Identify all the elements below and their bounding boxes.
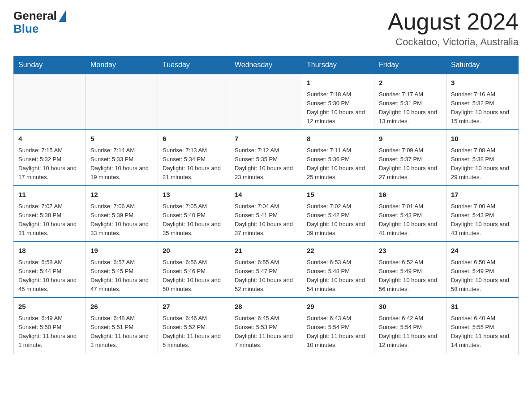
day-number: 28 xyxy=(235,302,297,312)
calendar-cell: 26Sunrise: 6:48 AMSunset: 5:51 PMDayligh… xyxy=(86,298,158,354)
calendar-cell: 23Sunrise: 6:52 AMSunset: 5:49 PMDayligh… xyxy=(374,242,446,298)
day-number: 31 xyxy=(451,302,514,312)
calendar-cell xyxy=(14,74,86,130)
calendar-table: SundayMondayTuesdayWednesdayThursdayFrid… xyxy=(13,56,519,354)
day-number: 6 xyxy=(163,134,225,144)
calendar-cell: 24Sunrise: 6:50 AMSunset: 5:49 PMDayligh… xyxy=(446,242,519,298)
calendar-cell: 13Sunrise: 7:05 AMSunset: 5:40 PMDayligh… xyxy=(158,186,230,242)
day-info: Sunrise: 6:57 AMSunset: 5:45 PMDaylight:… xyxy=(90,258,153,294)
day-info: Sunrise: 7:08 AMSunset: 5:38 PMDaylight:… xyxy=(451,146,514,182)
day-number: 29 xyxy=(307,302,369,312)
day-number: 17 xyxy=(451,190,514,200)
calendar-cell: 4Sunrise: 7:15 AMSunset: 5:32 PMDaylight… xyxy=(14,130,86,186)
day-number: 7 xyxy=(235,134,297,144)
calendar-cell: 10Sunrise: 7:08 AMSunset: 5:38 PMDayligh… xyxy=(446,130,519,186)
day-number: 3 xyxy=(451,78,514,88)
calendar-cell: 16Sunrise: 7:01 AMSunset: 5:43 PMDayligh… xyxy=(374,186,446,242)
location-text: Cockatoo, Victoria, Australia xyxy=(388,36,519,48)
day-info: Sunrise: 6:52 AMSunset: 5:49 PMDaylight:… xyxy=(379,258,442,294)
calendar-cell: 7Sunrise: 7:12 AMSunset: 5:35 PMDaylight… xyxy=(230,130,302,186)
calendar-cell xyxy=(158,74,230,130)
calendar-cell: 18Sunrise: 6:58 AMSunset: 5:44 PMDayligh… xyxy=(14,242,86,298)
calendar-col-header: Sunday xyxy=(14,56,86,74)
day-number: 8 xyxy=(307,134,369,144)
day-info: Sunrise: 7:13 AMSunset: 5:34 PMDaylight:… xyxy=(163,146,225,182)
calendar-col-header: Thursday xyxy=(302,56,374,74)
month-title: August 2024 xyxy=(388,9,519,34)
day-info: Sunrise: 7:17 AMSunset: 5:31 PMDaylight:… xyxy=(379,90,442,126)
week-row: 18Sunrise: 6:58 AMSunset: 5:44 PMDayligh… xyxy=(14,242,519,298)
day-number: 25 xyxy=(18,302,81,312)
calendar-cell: 30Sunrise: 6:42 AMSunset: 5:54 PMDayligh… xyxy=(374,298,446,354)
day-number: 27 xyxy=(163,302,225,312)
week-row: 25Sunrise: 6:49 AMSunset: 5:50 PMDayligh… xyxy=(14,298,519,354)
calendar-header-row: SundayMondayTuesdayWednesdayThursdayFrid… xyxy=(14,56,519,74)
day-info: Sunrise: 7:14 AMSunset: 5:33 PMDaylight:… xyxy=(90,146,153,182)
day-info: Sunrise: 6:45 AMSunset: 5:53 PMDaylight:… xyxy=(235,314,297,350)
week-row: 11Sunrise: 7:07 AMSunset: 5:38 PMDayligh… xyxy=(14,186,519,242)
day-info: Sunrise: 6:42 AMSunset: 5:54 PMDaylight:… xyxy=(379,314,442,350)
day-info: Sunrise: 6:49 AMSunset: 5:50 PMDaylight:… xyxy=(18,314,81,350)
day-number: 5 xyxy=(90,134,153,144)
calendar-cell: 25Sunrise: 6:49 AMSunset: 5:50 PMDayligh… xyxy=(14,298,86,354)
day-info: Sunrise: 7:05 AMSunset: 5:40 PMDaylight:… xyxy=(163,202,225,238)
calendar-cell: 15Sunrise: 7:02 AMSunset: 5:42 PMDayligh… xyxy=(302,186,374,242)
day-number: 14 xyxy=(235,190,297,200)
day-number: 16 xyxy=(379,190,442,200)
day-number: 21 xyxy=(235,246,297,256)
calendar-cell: 5Sunrise: 7:14 AMSunset: 5:33 PMDaylight… xyxy=(86,130,158,186)
day-info: Sunrise: 6:58 AMSunset: 5:44 PMDaylight:… xyxy=(18,258,81,294)
calendar-cell: 6Sunrise: 7:13 AMSunset: 5:34 PMDaylight… xyxy=(158,130,230,186)
week-row: 1Sunrise: 7:18 AMSunset: 5:30 PMDaylight… xyxy=(14,74,519,130)
calendar-cell: 1Sunrise: 7:18 AMSunset: 5:30 PMDaylight… xyxy=(302,74,374,130)
calendar-col-header: Tuesday xyxy=(158,56,230,74)
day-number: 22 xyxy=(307,246,369,256)
day-info: Sunrise: 7:04 AMSunset: 5:41 PMDaylight:… xyxy=(235,202,297,238)
title-block: August 2024 Cockatoo, Victoria, Australi… xyxy=(388,9,519,48)
calendar-cell: 31Sunrise: 6:40 AMSunset: 5:55 PMDayligh… xyxy=(446,298,519,354)
day-info: Sunrise: 7:09 AMSunset: 5:37 PMDaylight:… xyxy=(379,146,442,182)
day-number: 2 xyxy=(379,78,442,88)
week-row: 4Sunrise: 7:15 AMSunset: 5:32 PMDaylight… xyxy=(14,130,519,186)
calendar-col-header: Saturday xyxy=(446,56,519,74)
day-info: Sunrise: 6:56 AMSunset: 5:46 PMDaylight:… xyxy=(163,258,225,294)
day-info: Sunrise: 7:16 AMSunset: 5:32 PMDaylight:… xyxy=(451,90,514,126)
day-info: Sunrise: 7:06 AMSunset: 5:39 PMDaylight:… xyxy=(90,202,153,238)
logo: General Blue xyxy=(13,9,66,34)
day-number: 13 xyxy=(163,190,225,200)
day-info: Sunrise: 6:48 AMSunset: 5:51 PMDaylight:… xyxy=(90,314,153,350)
day-number: 18 xyxy=(18,246,81,256)
calendar-cell: 11Sunrise: 7:07 AMSunset: 5:38 PMDayligh… xyxy=(14,186,86,242)
logo-blue-text: Blue xyxy=(13,22,39,35)
page-header: General Blue August 2024 Cockatoo, Victo… xyxy=(13,9,519,48)
day-info: Sunrise: 6:43 AMSunset: 5:54 PMDaylight:… xyxy=(307,314,369,350)
calendar-cell: 9Sunrise: 7:09 AMSunset: 5:37 PMDaylight… xyxy=(374,130,446,186)
day-info: Sunrise: 6:46 AMSunset: 5:52 PMDaylight:… xyxy=(163,314,225,350)
calendar-cell xyxy=(86,74,158,130)
calendar-cell: 19Sunrise: 6:57 AMSunset: 5:45 PMDayligh… xyxy=(86,242,158,298)
day-info: Sunrise: 6:40 AMSunset: 5:55 PMDaylight:… xyxy=(451,314,514,350)
calendar-cell: 12Sunrise: 7:06 AMSunset: 5:39 PMDayligh… xyxy=(86,186,158,242)
day-info: Sunrise: 7:01 AMSunset: 5:43 PMDaylight:… xyxy=(379,202,442,238)
day-number: 9 xyxy=(379,134,442,144)
calendar-cell: 29Sunrise: 6:43 AMSunset: 5:54 PMDayligh… xyxy=(302,298,374,354)
day-number: 1 xyxy=(307,78,369,88)
day-number: 30 xyxy=(379,302,442,312)
day-info: Sunrise: 6:55 AMSunset: 5:47 PMDaylight:… xyxy=(235,258,297,294)
calendar-cell: 17Sunrise: 7:00 AMSunset: 5:43 PMDayligh… xyxy=(446,186,519,242)
day-info: Sunrise: 7:00 AMSunset: 5:43 PMDaylight:… xyxy=(451,202,514,238)
day-number: 20 xyxy=(163,246,225,256)
calendar-cell xyxy=(230,74,302,130)
calendar-col-header: Friday xyxy=(374,56,446,74)
calendar-cell: 27Sunrise: 6:46 AMSunset: 5:52 PMDayligh… xyxy=(158,298,230,354)
calendar-cell: 21Sunrise: 6:55 AMSunset: 5:47 PMDayligh… xyxy=(230,242,302,298)
day-number: 15 xyxy=(307,190,369,200)
day-number: 11 xyxy=(18,190,81,200)
day-info: Sunrise: 7:11 AMSunset: 5:36 PMDaylight:… xyxy=(307,146,369,182)
day-number: 4 xyxy=(18,134,81,144)
day-info: Sunrise: 6:53 AMSunset: 5:48 PMDaylight:… xyxy=(307,258,369,294)
day-info: Sunrise: 6:50 AMSunset: 5:49 PMDaylight:… xyxy=(451,258,514,294)
calendar-cell: 20Sunrise: 6:56 AMSunset: 5:46 PMDayligh… xyxy=(158,242,230,298)
day-info: Sunrise: 7:07 AMSunset: 5:38 PMDaylight:… xyxy=(18,202,81,238)
calendar-cell: 2Sunrise: 7:17 AMSunset: 5:31 PMDaylight… xyxy=(374,74,446,130)
